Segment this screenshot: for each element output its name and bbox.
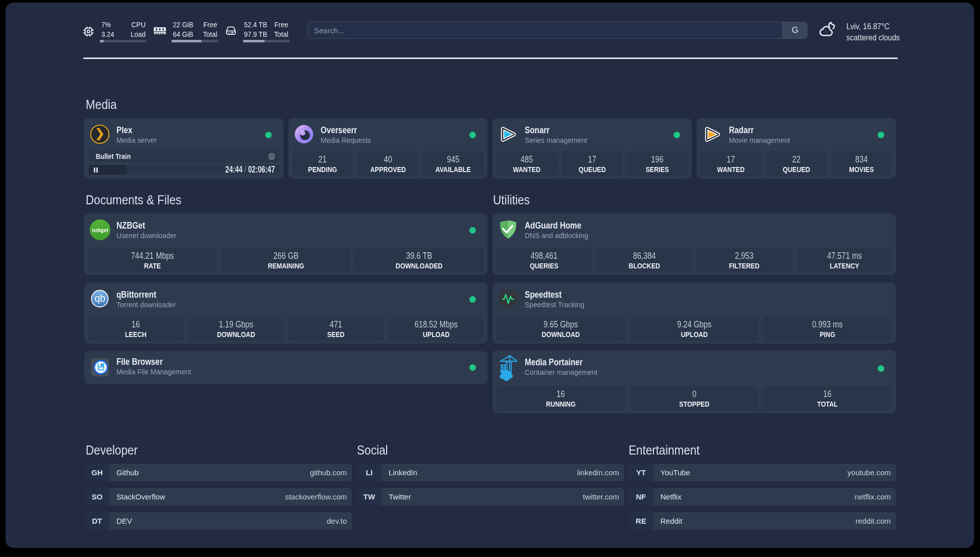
svg-text:qb: qb bbox=[94, 293, 105, 304]
svg-text:nzbget: nzbget bbox=[92, 228, 108, 233]
